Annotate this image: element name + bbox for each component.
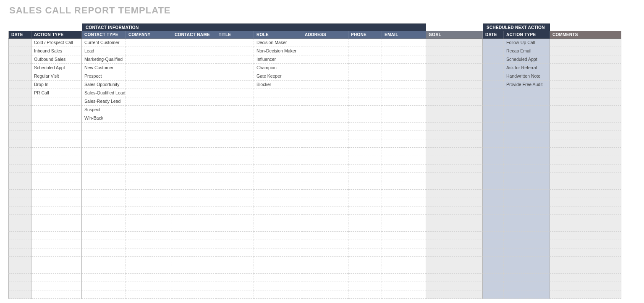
cell-role[interactable]: Influencer (254, 55, 302, 64)
cell-goal[interactable] (426, 123, 483, 131)
cell-next-date[interactable] (483, 282, 504, 290)
cell-title[interactable] (216, 123, 254, 131)
cell-action-type[interactable]: Drop In (31, 81, 82, 89)
cell-phone[interactable] (348, 165, 382, 173)
cell-contact-type[interactable] (82, 206, 126, 215)
cell-comments[interactable] (550, 206, 621, 215)
cell-company[interactable] (126, 248, 172, 257)
cell-contact-name[interactable] (172, 64, 216, 72)
cell-contact-name[interactable] (172, 274, 216, 282)
cell-date[interactable] (8, 156, 31, 165)
cell-date[interactable] (8, 97, 31, 106)
cell-goal[interactable] (426, 39, 483, 47)
cell-company[interactable] (126, 47, 172, 55)
cell-title[interactable] (216, 265, 254, 274)
cell-comments[interactable] (550, 72, 621, 81)
cell-address[interactable] (302, 190, 348, 198)
cell-comments[interactable] (550, 64, 621, 72)
cell-comments[interactable] (550, 173, 621, 181)
cell-next-date[interactable] (483, 131, 504, 139)
cell-role[interactable] (254, 165, 302, 173)
cell-contact-name[interactable] (172, 282, 216, 290)
cell-next-action-type[interactable] (504, 156, 550, 165)
cell-phone[interactable] (348, 282, 382, 290)
cell-phone[interactable] (348, 72, 382, 81)
cell-next-action-type[interactable] (504, 139, 550, 148)
cell-next-date[interactable] (483, 190, 504, 198)
cell-contact-type[interactable]: Lead (82, 47, 126, 55)
cell-next-action-type[interactable] (504, 190, 550, 198)
cell-comments[interactable] (550, 81, 621, 89)
cell-goal[interactable] (426, 198, 483, 206)
cell-next-action-type[interactable] (504, 165, 550, 173)
cell-comments[interactable] (550, 148, 621, 156)
cell-date[interactable] (8, 106, 31, 114)
col-header-date[interactable]: DATE (8, 31, 31, 39)
cell-role[interactable] (254, 190, 302, 198)
cell-next-date[interactable] (483, 123, 504, 131)
cell-goal[interactable] (426, 173, 483, 181)
cell-address[interactable] (302, 148, 348, 156)
cell-email[interactable] (382, 274, 426, 282)
cell-goal[interactable] (426, 55, 483, 64)
cell-goal[interactable] (426, 223, 483, 232)
col-header-contact-type[interactable]: CONTACT TYPE (82, 31, 126, 39)
cell-next-date[interactable] (483, 81, 504, 89)
cell-date[interactable] (8, 282, 31, 290)
cell-action-type[interactable] (31, 257, 82, 265)
cell-phone[interactable] (348, 47, 382, 55)
cell-comments[interactable] (550, 274, 621, 282)
cell-email[interactable] (382, 248, 426, 257)
cell-address[interactable] (302, 240, 348, 248)
cell-date[interactable] (8, 39, 31, 47)
cell-contact-type[interactable] (82, 257, 126, 265)
cell-email[interactable] (382, 181, 426, 190)
cell-phone[interactable] (348, 215, 382, 223)
cell-next-date[interactable] (483, 215, 504, 223)
cell-contact-name[interactable] (172, 206, 216, 215)
col-header-next-action-type[interactable]: ACTION TYPE (504, 31, 550, 39)
cell-next-action-type[interactable] (504, 290, 550, 299)
cell-company[interactable] (126, 64, 172, 72)
cell-company[interactable] (126, 55, 172, 64)
cell-next-date[interactable] (483, 148, 504, 156)
cell-email[interactable] (382, 106, 426, 114)
cell-email[interactable] (382, 190, 426, 198)
cell-email[interactable] (382, 198, 426, 206)
cell-action-type[interactable]: Outbound Sales (31, 55, 82, 64)
cell-phone[interactable] (348, 123, 382, 131)
cell-next-date[interactable] (483, 290, 504, 299)
cell-next-date[interactable] (483, 274, 504, 282)
cell-action-type[interactable] (31, 248, 82, 257)
cell-comments[interactable] (550, 265, 621, 274)
cell-email[interactable] (382, 72, 426, 81)
cell-next-date[interactable] (483, 97, 504, 106)
cell-next-action-type[interactable] (504, 282, 550, 290)
cell-phone[interactable] (348, 89, 382, 97)
cell-action-type[interactable] (31, 282, 82, 290)
cell-address[interactable] (302, 257, 348, 265)
cell-address[interactable] (302, 97, 348, 106)
cell-title[interactable] (216, 39, 254, 47)
cell-contact-name[interactable] (172, 223, 216, 232)
cell-title[interactable] (216, 173, 254, 181)
cell-next-action-type[interactable] (504, 106, 550, 114)
cell-role[interactable]: Decision Maker (254, 39, 302, 47)
cell-role[interactable] (254, 240, 302, 248)
cell-company[interactable] (126, 223, 172, 232)
cell-contact-type[interactable]: Marketing-Qualified (82, 55, 126, 64)
cell-date[interactable] (8, 181, 31, 190)
cell-phone[interactable] (348, 64, 382, 72)
cell-address[interactable] (302, 206, 348, 215)
cell-date[interactable] (8, 215, 31, 223)
cell-date[interactable] (8, 265, 31, 274)
cell-contact-name[interactable] (172, 123, 216, 131)
cell-title[interactable] (216, 248, 254, 257)
cell-address[interactable] (302, 64, 348, 72)
cell-phone[interactable] (348, 148, 382, 156)
cell-next-action-type[interactable]: Handwritten Note (504, 72, 550, 81)
cell-comments[interactable] (550, 114, 621, 123)
cell-title[interactable] (216, 198, 254, 206)
cell-date[interactable] (8, 148, 31, 156)
cell-address[interactable] (302, 165, 348, 173)
